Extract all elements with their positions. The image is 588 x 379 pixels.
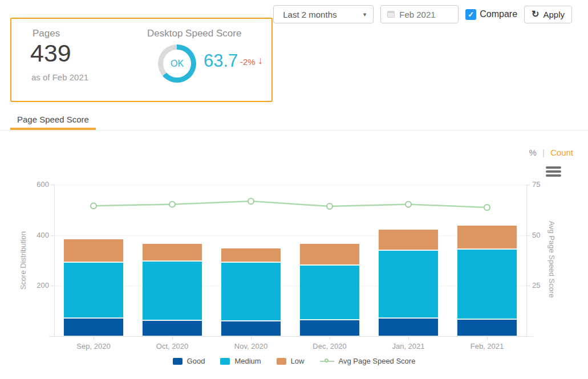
- period-select-value: Last 2 months: [283, 10, 336, 19]
- date-input-value: Feb 2021: [399, 10, 435, 19]
- left-tick-label-400: 400: [25, 231, 49, 239]
- x-label-3: Dec, 2020: [290, 342, 369, 351]
- avg-point-1[interactable]: [169, 201, 175, 207]
- right-tick-label-25: 25: [532, 281, 540, 290]
- x-tick-4: [408, 336, 409, 340]
- avg-point-0[interactable]: [91, 203, 96, 209]
- legend-item-medium[interactable]: Medium: [220, 357, 261, 365]
- compare-control: ✓ Compare: [465, 9, 517, 20]
- avg-point-3[interactable]: [327, 203, 332, 209]
- toolbar: Last 2 months ▾ Feb 2021 ✓ Compare ↻ App…: [273, 5, 572, 23]
- x-label-2: Nov, 2020: [212, 342, 290, 351]
- apply-button[interactable]: ↻ Apply: [524, 6, 572, 23]
- legend-label: Low: [291, 357, 305, 365]
- legend-item-good[interactable]: Good: [173, 357, 205, 365]
- chevron-down-icon: ▾: [363, 11, 367, 18]
- speed-gauge-status: OK: [163, 50, 191, 78]
- legend-item-low[interactable]: Low: [277, 357, 305, 365]
- legend-label: Medium: [234, 357, 261, 365]
- refresh-icon: ↻: [532, 10, 539, 19]
- left-tick-label-600: 600: [25, 180, 49, 189]
- good-swatch: [173, 358, 183, 365]
- avg-point-4[interactable]: [405, 201, 411, 207]
- trend-down-icon: ↓: [258, 55, 263, 67]
- avg-line-dot-icon: [325, 358, 329, 362]
- x-tick-1: [172, 336, 173, 340]
- right-tick-75: [526, 185, 530, 185]
- avg-point-5[interactable]: [484, 205, 490, 210]
- period-select[interactable]: Last 2 months ▾: [273, 5, 374, 23]
- x-label-1: Oct, 2020: [133, 342, 212, 351]
- x-label-4: Jan, 2021: [369, 342, 448, 351]
- medium-swatch: [220, 358, 230, 365]
- left-tick-label-200: 200: [25, 281, 49, 290]
- compare-checkbox[interactable]: ✓: [465, 9, 476, 20]
- stacked-bar-chart: Score Distribution Avg Page Speed Score …: [0, 137, 588, 379]
- speed-score-label: Desktop Speed Score: [147, 28, 241, 39]
- pages-value: 439: [30, 39, 71, 67]
- legend-item-avg-page-speed-score[interactable]: Avg Page Speed Score: [320, 357, 416, 365]
- x-tick-2: [251, 336, 252, 340]
- x-tick-3: [330, 336, 330, 340]
- chart-legend: GoodMediumLowAvg Page Speed Score: [0, 357, 588, 365]
- legend-label: Avg Page Speed Score: [339, 357, 416, 365]
- right-tick-50: [526, 235, 530, 236]
- legend-label: Good: [187, 357, 205, 365]
- summary-card: Pages 439 as of Feb 2021 Desktop Speed S…: [10, 18, 273, 102]
- speed-score-change: -2%: [240, 57, 256, 67]
- tab-bar: Page Speed Score: [0, 111, 588, 131]
- speed-gauge-ring: OK: [158, 44, 196, 83]
- right-tick-25: [526, 286, 530, 286]
- speed-score-value: 63.7: [204, 51, 238, 71]
- compare-label: Compare: [480, 9, 517, 19]
- pages-caption: as of Feb 2021: [31, 72, 88, 82]
- date-input[interactable]: Feb 2021: [380, 5, 459, 23]
- calendar-icon: [387, 11, 395, 18]
- x-label-5: Feb, 2021: [448, 342, 526, 351]
- apply-label: Apply: [543, 10, 565, 19]
- pages-label: Pages: [33, 28, 60, 39]
- avg-speed-line: [94, 201, 487, 207]
- avg-point-2[interactable]: [248, 198, 254, 204]
- x-tick-5: [487, 336, 488, 340]
- avg-line-marker-icon: [320, 361, 334, 362]
- x-label-0: Sep, 2020: [54, 342, 133, 351]
- tab-page-speed-score[interactable]: Page Speed Score: [10, 111, 96, 130]
- right-tick-label-75: 75: [532, 180, 540, 189]
- x-tick-0: [94, 336, 94, 340]
- low-swatch: [277, 358, 286, 365]
- check-icon: ✓: [468, 11, 474, 18]
- page-speed-dashboard: Last 2 months ▾ Feb 2021 ✓ Compare ↻ App…: [0, 0, 588, 379]
- avg-speed-line-overlay: [54, 185, 526, 336]
- right-tick-label-50: 50: [532, 231, 540, 239]
